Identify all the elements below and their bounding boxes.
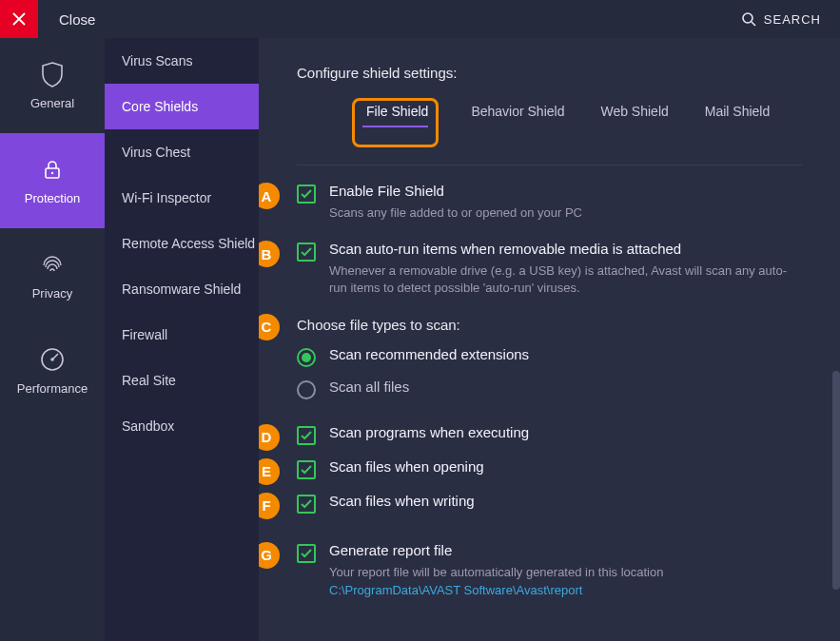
fingerprint-icon	[40, 252, 65, 277]
menu-virus-chest[interactable]: Virus Chest	[105, 129, 259, 175]
menu-real-site[interactable]: Real Site	[105, 358, 259, 403]
option-desc: Your report file will be automatically g…	[329, 564, 802, 581]
checkbox-generate-report[interactable]	[297, 544, 316, 563]
option-title: Scan all files	[329, 379, 802, 395]
menu-sandbox[interactable]: Sandbox	[105, 403, 259, 449]
rail-performance[interactable]: Performance	[0, 323, 105, 418]
tab-web-shield[interactable]: Web Shield	[596, 98, 672, 147]
checkbox-scan-autorun[interactable]	[297, 243, 316, 262]
search-button[interactable]: SEARCH	[741, 11, 821, 27]
annotation-badge-g: G	[259, 542, 280, 569]
option-title: Generate report file	[329, 542, 802, 558]
shield-tabs: File Shield Behavior Shield Web Shield M…	[352, 98, 802, 147]
submenu: Virus Scans Core Shields Virus Chest Wi-…	[105, 38, 259, 641]
checkbox-scan-executing[interactable]	[297, 426, 316, 445]
tab-label: File Shield	[366, 104, 428, 119]
rail-label: Performance	[17, 381, 88, 396]
annotation-highlight: File Shield	[352, 98, 439, 147]
checkbox-scan-writing[interactable]	[297, 495, 316, 514]
lock-icon	[40, 157, 65, 182]
option-title: Scan programs when executing	[329, 424, 802, 440]
checkbox-scan-opening[interactable]	[297, 460, 316, 479]
close-button[interactable]	[0, 0, 38, 38]
checkbox-enable-file-shield[interactable]	[297, 185, 316, 204]
option-title: Scan auto-run items when removable media…	[329, 241, 802, 257]
radio-recommended-extensions[interactable]	[297, 348, 316, 367]
tab-mail-shield[interactable]: Mail Shield	[701, 98, 773, 147]
report-path-link[interactable]: C:\ProgramData\AVAST Software\Avast\repo…	[329, 583, 802, 597]
option-title: Enable File Shield	[329, 183, 802, 199]
main-content: Configure shield settings: File Shield B…	[259, 38, 840, 641]
rail-label: Protection	[25, 191, 81, 205]
radio-scan-all-files[interactable]	[297, 380, 316, 399]
divider	[297, 165, 802, 165]
option-desc: Whenever a removable drive (e.g. a USB k…	[329, 262, 802, 297]
rail-protection[interactable]: Protection	[0, 133, 105, 228]
rail-privacy[interactable]: Privacy	[0, 228, 105, 323]
top-bar: Close SEARCH	[0, 0, 840, 38]
close-label: Close	[59, 11, 741, 28]
menu-firewall[interactable]: Firewall	[105, 312, 259, 358]
svg-point-2	[51, 171, 53, 173]
filetypes-heading: Choose file types to scan:	[297, 317, 802, 333]
page-title: Configure shield settings:	[297, 65, 802, 81]
rail-general[interactable]: General	[0, 38, 105, 133]
nav-rail: General Protection Privacy Performance	[0, 38, 105, 641]
scrollbar-thumb[interactable]	[832, 371, 840, 590]
annotation-badge-f: F	[259, 493, 280, 519]
menu-remote-access[interactable]: Remote Access Shield	[105, 221, 259, 266]
menu-wifi-inspector[interactable]: Wi-Fi Inspector	[105, 175, 259, 221]
annotation-badge-b: B	[259, 241, 280, 267]
annotation-badge-d: D	[259, 424, 280, 451]
shield-icon	[40, 62, 65, 87]
rail-label: Privacy	[32, 286, 73, 301]
search-icon	[741, 11, 756, 27]
option-title: Scan files when opening	[329, 458, 802, 475]
svg-point-0	[743, 13, 752, 23]
option-title: Scan recommended extensions	[329, 346, 802, 362]
annotation-badge-e: E	[259, 458, 280, 485]
search-label: SEARCH	[764, 12, 821, 27]
tab-behavior-shield[interactable]: Behavior Shield	[467, 98, 568, 147]
rail-label: General	[30, 96, 74, 110]
annotation-badge-a: A	[259, 183, 280, 209]
menu-ransomware[interactable]: Ransomware Shield	[105, 266, 259, 312]
option-title: Scan files when writing	[329, 493, 802, 509]
close-icon	[12, 12, 26, 26]
gauge-icon	[40, 347, 65, 372]
tab-file-shield[interactable]: File Shield	[362, 98, 428, 153]
menu-core-shields[interactable]: Core Shields	[105, 84, 259, 129]
option-desc: Scans any file added to or opened on you…	[329, 204, 802, 222]
annotation-badge-c: C	[259, 314, 280, 340]
svg-point-4	[50, 358, 54, 361]
menu-virus-scans[interactable]: Virus Scans	[105, 38, 259, 84]
